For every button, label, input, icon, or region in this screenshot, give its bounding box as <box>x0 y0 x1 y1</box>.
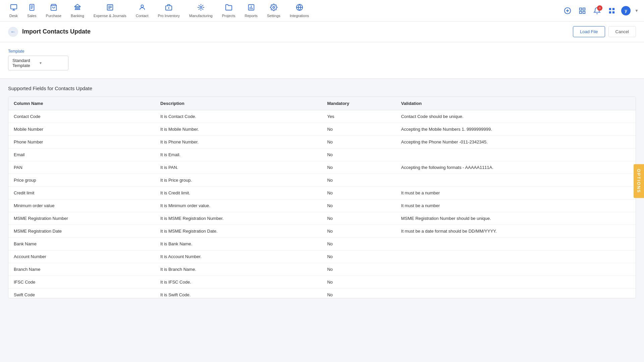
options-sidebar[interactable]: OPTIONS <box>634 164 644 198</box>
cell-column_name-10: Bank Name <box>8 238 155 250</box>
reports-icon <box>248 4 255 13</box>
integrations-icon <box>296 4 303 13</box>
svg-rect-23 <box>609 11 611 13</box>
svg-point-8 <box>141 5 143 7</box>
nav-projects[interactable]: Projects <box>218 1 239 20</box>
table-row: Branch NameIt is Branch Name.No <box>8 263 636 276</box>
nav-contact[interactable]: Contact <box>132 1 153 20</box>
cell-mandatory-2: No <box>322 136 395 148</box>
cell-description-6: It is Credit limit. <box>155 187 322 199</box>
nav-desk[interactable]: Desk <box>5 1 22 20</box>
svg-rect-19 <box>580 11 582 13</box>
purchase-icon <box>50 4 57 13</box>
fields-table-wrapper: Column Name Description Mandatory Valida… <box>8 97 636 298</box>
back-button[interactable]: ← <box>8 27 18 37</box>
page-title: Import Contacts Update <box>22 28 91 35</box>
cell-column_name-11: Account Number <box>8 250 155 263</box>
nav-reports[interactable]: Reports <box>241 1 262 20</box>
cancel-button[interactable]: Cancel <box>608 26 636 37</box>
table-row: MSME Registration NumberIt is MSME Regis… <box>8 212 636 225</box>
fields-table: Column Name Description Mandatory Valida… <box>8 97 636 298</box>
user-avatar[interactable]: y <box>621 6 631 15</box>
cell-column_name-6: Credit limit <box>8 187 155 199</box>
manufacturing-icon <box>197 4 205 13</box>
cell-mandatory-9: No <box>322 225 395 238</box>
svg-rect-17 <box>580 8 582 10</box>
pro-inventory-icon <box>165 4 172 13</box>
table-row: PANIt is PAN.NoAccepting the following f… <box>8 161 636 174</box>
nav-manufacturing[interactable]: Manufacturing <box>185 1 217 20</box>
nav-banking[interactable]: Banking <box>67 1 88 20</box>
grid-icon[interactable] <box>606 5 617 16</box>
contact-icon <box>139 4 146 13</box>
cell-mandatory-10: No <box>322 238 395 250</box>
nav-items: Desk Sales Purchase Banking Expense & Jo… <box>5 1 562 20</box>
svg-point-12 <box>200 6 202 8</box>
settings-icon <box>270 4 277 13</box>
svg-rect-18 <box>583 8 585 10</box>
cell-mandatory-14: No <box>322 289 395 298</box>
table-row: Minimum order valueIt is Minimum order v… <box>8 199 636 212</box>
svg-rect-22 <box>612 8 614 10</box>
cell-validation-11 <box>396 250 636 263</box>
nav-reports-label: Reports <box>245 14 258 18</box>
nav-pro-inventory[interactable]: Pro Inventory <box>154 1 184 20</box>
add-button[interactable] <box>562 5 573 16</box>
notification-badge: 0 <box>597 5 602 11</box>
cell-column_name-4: PAN <box>8 161 155 174</box>
table-scroll-container[interactable]: Column Name Description Mandatory Valida… <box>8 97 636 298</box>
cell-description-11: It is Account Number. <box>155 250 322 263</box>
svg-point-14 <box>273 6 275 8</box>
template-section: Template Standard Template ▾ <box>0 42 644 79</box>
cell-column_name-9: MSME Registration Date <box>8 225 155 238</box>
cell-validation-0: Contact Code should be unique. <box>396 110 636 123</box>
cell-mandatory-8: No <box>322 212 395 225</box>
cell-column_name-2: Phone Number <box>8 136 155 148</box>
user-dropdown-arrow[interactable]: ▼ <box>635 8 639 13</box>
cell-mandatory-11: No <box>322 250 395 263</box>
cell-validation-3 <box>396 148 636 161</box>
nav-contact-label: Contact <box>136 14 149 18</box>
svg-rect-4 <box>77 7 78 9</box>
cell-mandatory-1: No <box>322 123 395 136</box>
layout-icon[interactable] <box>577 5 588 16</box>
cell-column_name-5: Price group <box>8 174 155 187</box>
cell-description-14: It is Swift Code. <box>155 289 322 298</box>
cell-validation-14 <box>396 289 636 298</box>
load-file-button[interactable]: Load File <box>573 26 605 37</box>
cell-mandatory-6: No <box>322 187 395 199</box>
col-header-column-name: Column Name <box>8 97 155 110</box>
cell-description-1: It is Mobile Number. <box>155 123 322 136</box>
nav-projects-label: Projects <box>222 14 235 18</box>
nav-settings-label: Settings <box>267 14 280 18</box>
table-row: Contact CodeIt is Contact Code.YesContac… <box>8 110 636 123</box>
cell-description-8: It is MSME Registration Number. <box>155 212 322 225</box>
nav-desk-label: Desk <box>9 14 18 18</box>
cell-description-10: It is Bank Name. <box>155 238 322 250</box>
template-select-dropdown[interactable]: Standard Template ▾ <box>8 56 68 70</box>
page-header-actions: Load File Cancel <box>573 26 636 37</box>
nav-expense[interactable]: Expense & Journals <box>90 1 130 20</box>
cell-validation-5 <box>396 174 636 187</box>
svg-rect-20 <box>583 11 585 13</box>
nav-purchase[interactable]: Purchase <box>42 1 65 20</box>
cell-mandatory-7: No <box>322 199 395 212</box>
nav-integrations[interactable]: Integrations <box>286 1 313 20</box>
cell-mandatory-12: No <box>322 263 395 276</box>
table-row: Credit limitIt is Credit limit.NoIt must… <box>8 187 636 199</box>
cell-column_name-12: Branch Name <box>8 263 155 276</box>
nav-settings[interactable]: Settings <box>263 1 284 20</box>
cell-validation-1: Accepting the Mobile Numbers 1. 99999999… <box>396 123 636 136</box>
nav-sales[interactable]: Sales <box>23 1 41 20</box>
col-header-validation: Validation <box>396 97 636 110</box>
main-content: Supported Fields for Contacts Update Col… <box>0 79 644 305</box>
cell-description-13: It is IFSC Code. <box>155 276 322 289</box>
table-row: IFSC CodeIt is IFSC Code.No <box>8 276 636 289</box>
cell-description-0: It is Contact Code. <box>155 110 322 123</box>
page-header: ← Import Contacts Update Load File Cance… <box>0 21 644 42</box>
nav-banking-label: Banking <box>71 14 84 18</box>
nav-right: 0 y ▼ <box>562 5 639 16</box>
cell-validation-9: It must be a date format should be DD/MM… <box>396 225 636 238</box>
notification-bell[interactable]: 0 <box>592 5 602 16</box>
template-label: Template <box>8 49 636 54</box>
